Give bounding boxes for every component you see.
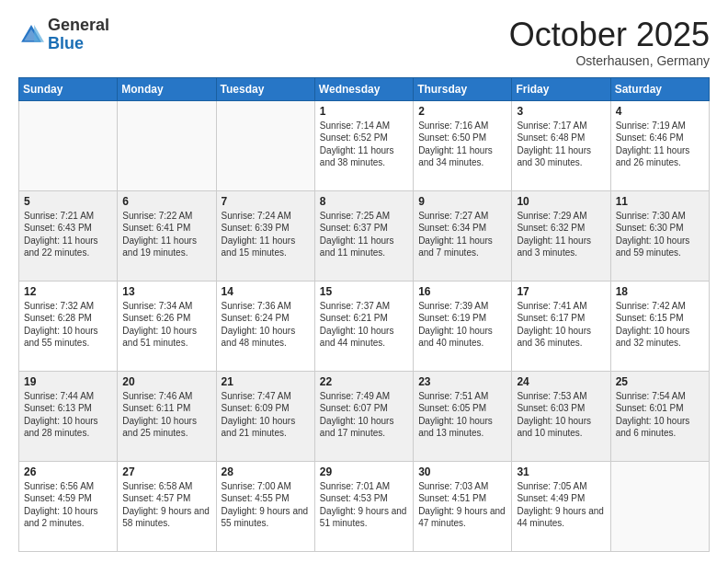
calendar-week-row: 1Sunrise: 7:14 AM Sunset: 6:52 PM Daylig… xyxy=(19,100,710,190)
day-number: 25 xyxy=(616,375,704,388)
calendar-day-cell: 25Sunrise: 7:54 AM Sunset: 6:01 PM Dayli… xyxy=(610,371,709,461)
calendar-day-cell: 31Sunrise: 7:05 AM Sunset: 4:49 PM Dayli… xyxy=(512,461,610,551)
day-info: Sunrise: 7:42 AM Sunset: 6:15 PM Dayligh… xyxy=(616,300,704,350)
calendar-header-row: SundayMondayTuesdayWednesdayThursdayFrid… xyxy=(19,77,710,100)
day-number: 23 xyxy=(418,375,506,388)
day-info: Sunrise: 7:32 AM Sunset: 6:28 PM Dayligh… xyxy=(24,300,112,350)
day-number: 19 xyxy=(24,375,112,388)
calendar-day-cell: 18Sunrise: 7:42 AM Sunset: 6:15 PM Dayli… xyxy=(610,281,709,371)
calendar-header-sunday: Sunday xyxy=(19,77,118,100)
calendar-day-cell: 20Sunrise: 7:46 AM Sunset: 6:11 PM Dayli… xyxy=(118,371,216,461)
day-number: 21 xyxy=(222,375,310,388)
day-info: Sunrise: 6:58 AM Sunset: 4:57 PM Dayligh… xyxy=(122,480,210,530)
calendar-day-cell: 7Sunrise: 7:24 AM Sunset: 6:39 PM Daylig… xyxy=(216,190,314,281)
day-info: Sunrise: 7:47 AM Sunset: 6:09 PM Dayligh… xyxy=(222,390,310,440)
calendar-week-row: 12Sunrise: 7:32 AM Sunset: 6:28 PM Dayli… xyxy=(19,281,710,371)
day-number: 26 xyxy=(24,465,112,478)
day-number: 31 xyxy=(517,465,605,478)
day-info: Sunrise: 7:05 AM Sunset: 4:49 PM Dayligh… xyxy=(517,480,605,530)
day-number: 9 xyxy=(418,195,506,208)
calendar-day-cell: 13Sunrise: 7:34 AM Sunset: 6:26 PM Dayli… xyxy=(118,281,216,371)
calendar-week-row: 19Sunrise: 7:44 AM Sunset: 6:13 PM Dayli… xyxy=(19,371,710,461)
calendar-day-cell: 19Sunrise: 7:44 AM Sunset: 6:13 PM Dayli… xyxy=(19,371,118,461)
day-number: 10 xyxy=(517,195,605,208)
logo-blue-text: Blue xyxy=(48,34,84,52)
calendar-week-row: 5Sunrise: 7:21 AM Sunset: 6:43 PM Daylig… xyxy=(19,190,710,281)
day-number: 17 xyxy=(517,285,605,298)
day-info: Sunrise: 7:19 AM Sunset: 6:46 PM Dayligh… xyxy=(616,120,704,169)
day-info: Sunrise: 7:49 AM Sunset: 6:07 PM Dayligh… xyxy=(320,390,408,440)
calendar-day-cell: 12Sunrise: 7:32 AM Sunset: 6:28 PM Dayli… xyxy=(19,281,118,371)
day-info: Sunrise: 7:03 AM Sunset: 4:51 PM Dayligh… xyxy=(418,480,506,530)
calendar-day-cell: 9Sunrise: 7:27 AM Sunset: 6:34 PM Daylig… xyxy=(414,190,512,281)
calendar-day-cell: 1Sunrise: 7:14 AM Sunset: 6:52 PM Daylig… xyxy=(314,100,413,190)
calendar-header-wednesday: Wednesday xyxy=(314,77,413,100)
calendar-day-cell: 14Sunrise: 7:36 AM Sunset: 6:24 PM Dayli… xyxy=(216,281,314,371)
calendar-day-cell: 29Sunrise: 7:01 AM Sunset: 4:53 PM Dayli… xyxy=(314,461,413,551)
calendar-day-cell: 21Sunrise: 7:47 AM Sunset: 6:09 PM Dayli… xyxy=(216,371,314,461)
day-number: 8 xyxy=(320,195,408,208)
page: General Blue October 2025 Osterhausen, G… xyxy=(0,0,728,563)
calendar-day-cell: 17Sunrise: 7:41 AM Sunset: 6:17 PM Dayli… xyxy=(512,281,610,371)
day-info: Sunrise: 7:00 AM Sunset: 4:55 PM Dayligh… xyxy=(222,480,310,530)
day-info: Sunrise: 7:46 AM Sunset: 6:11 PM Dayligh… xyxy=(122,390,210,440)
logo-icon xyxy=(18,22,44,48)
calendar-day-cell xyxy=(610,461,709,551)
day-number: 7 xyxy=(222,195,310,208)
day-number: 18 xyxy=(616,285,704,298)
logo: General Blue xyxy=(18,17,109,53)
day-info: Sunrise: 7:17 AM Sunset: 6:48 PM Dayligh… xyxy=(517,120,605,169)
calendar-day-cell: 22Sunrise: 7:49 AM Sunset: 6:07 PM Dayli… xyxy=(314,371,413,461)
day-info: Sunrise: 7:30 AM Sunset: 6:30 PM Dayligh… xyxy=(616,210,704,259)
day-number: 4 xyxy=(616,105,704,118)
day-info: Sunrise: 7:29 AM Sunset: 6:32 PM Dayligh… xyxy=(517,210,605,259)
day-info: Sunrise: 7:27 AM Sunset: 6:34 PM Dayligh… xyxy=(418,210,506,259)
calendar-header-monday: Monday xyxy=(118,77,216,100)
calendar-day-cell: 24Sunrise: 7:53 AM Sunset: 6:03 PM Dayli… xyxy=(512,371,610,461)
day-info: Sunrise: 7:53 AM Sunset: 6:03 PM Dayligh… xyxy=(517,390,605,440)
day-info: Sunrise: 7:24 AM Sunset: 6:39 PM Dayligh… xyxy=(222,210,310,259)
day-number: 13 xyxy=(122,285,210,298)
day-info: Sunrise: 7:14 AM Sunset: 6:52 PM Dayligh… xyxy=(320,120,408,169)
svg-marker-2 xyxy=(34,25,44,42)
day-info: Sunrise: 7:39 AM Sunset: 6:19 PM Dayligh… xyxy=(418,300,506,350)
day-number: 28 xyxy=(222,465,310,478)
day-number: 22 xyxy=(320,375,408,388)
day-info: Sunrise: 7:54 AM Sunset: 6:01 PM Dayligh… xyxy=(616,390,704,440)
day-info: Sunrise: 7:34 AM Sunset: 6:26 PM Dayligh… xyxy=(122,300,210,350)
calendar-day-cell: 28Sunrise: 7:00 AM Sunset: 4:55 PM Dayli… xyxy=(216,461,314,551)
logo-general-text: General xyxy=(48,16,109,34)
day-number: 27 xyxy=(122,465,210,478)
day-info: Sunrise: 7:25 AM Sunset: 6:37 PM Dayligh… xyxy=(320,210,408,259)
calendar-table: SundayMondayTuesdayWednesdayThursdayFrid… xyxy=(18,77,710,552)
day-number: 12 xyxy=(24,285,112,298)
day-info: Sunrise: 7:44 AM Sunset: 6:13 PM Dayligh… xyxy=(24,390,112,440)
location-subtitle: Osterhausen, Germany xyxy=(509,53,710,68)
calendar-day-cell: 2Sunrise: 7:16 AM Sunset: 6:50 PM Daylig… xyxy=(414,100,512,190)
calendar-day-cell: 4Sunrise: 7:19 AM Sunset: 6:46 PM Daylig… xyxy=(610,100,709,190)
day-info: Sunrise: 7:22 AM Sunset: 6:41 PM Dayligh… xyxy=(122,210,210,259)
day-info: Sunrise: 7:36 AM Sunset: 6:24 PM Dayligh… xyxy=(222,300,310,350)
calendar-day-cell: 10Sunrise: 7:29 AM Sunset: 6:32 PM Dayli… xyxy=(512,190,610,281)
day-info: Sunrise: 7:16 AM Sunset: 6:50 PM Dayligh… xyxy=(418,120,506,169)
calendar-day-cell: 23Sunrise: 7:51 AM Sunset: 6:05 PM Dayli… xyxy=(414,371,512,461)
day-info: Sunrise: 7:01 AM Sunset: 4:53 PM Dayligh… xyxy=(320,480,408,530)
calendar-header-thursday: Thursday xyxy=(414,77,512,100)
header: General Blue October 2025 Osterhausen, G… xyxy=(18,17,710,68)
title-block: October 2025 Osterhausen, Germany xyxy=(509,17,710,68)
day-info: Sunrise: 7:21 AM Sunset: 6:43 PM Dayligh… xyxy=(24,210,112,259)
day-info: Sunrise: 7:51 AM Sunset: 6:05 PM Dayligh… xyxy=(418,390,506,440)
day-number: 11 xyxy=(616,195,704,208)
calendar-day-cell xyxy=(19,100,118,190)
day-number: 29 xyxy=(320,465,408,478)
day-number: 24 xyxy=(517,375,605,388)
calendar-day-cell: 30Sunrise: 7:03 AM Sunset: 4:51 PM Dayli… xyxy=(414,461,512,551)
day-number: 1 xyxy=(320,105,408,118)
day-number: 5 xyxy=(24,195,112,208)
calendar-header-friday: Friday xyxy=(512,77,610,100)
day-number: 20 xyxy=(122,375,210,388)
day-number: 6 xyxy=(122,195,210,208)
logo-text: General Blue xyxy=(48,17,109,53)
calendar-day-cell: 15Sunrise: 7:37 AM Sunset: 6:21 PM Dayli… xyxy=(314,281,413,371)
calendar-day-cell: 27Sunrise: 6:58 AM Sunset: 4:57 PM Dayli… xyxy=(118,461,216,551)
